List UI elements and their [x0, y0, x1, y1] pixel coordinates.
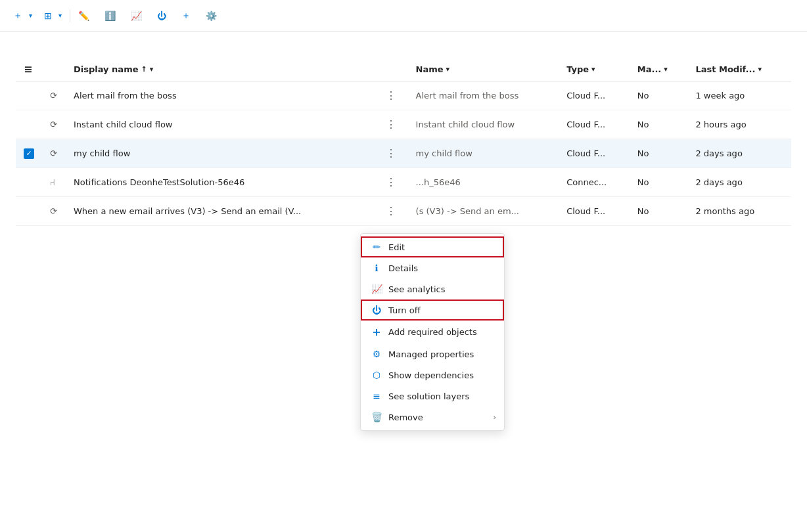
col-header-checkbox: ≡ [16, 58, 42, 81]
managed-filter-icon[interactable]: ▾ [664, 65, 668, 74]
turn-off-button[interactable]: ⏻ [152, 7, 175, 24]
list-icon: ≡ [24, 63, 32, 76]
row-type: Cloud F... [559, 110, 630, 139]
row-icon-cell: ⑁ [42, 168, 66, 197]
row-type: Cloud F... [559, 81, 630, 110]
row-name: Instant child cloud flow [408, 110, 559, 139]
add-required-button[interactable]: ＋ [176, 7, 199, 25]
edit-icon: ✏️ [78, 11, 89, 21]
row-context-menu-button[interactable]: ⋮ [382, 146, 400, 161]
col-header-modified[interactable]: Last Modif... ▾ [687, 58, 791, 81]
row-display-name[interactable]: Instant child cloud flow [66, 110, 374, 139]
breadcrumb [0, 32, 807, 58]
table-row[interactable]: ⟳ Instant child cloud flow ⋮ Instant chi… [16, 110, 791, 139]
add-existing-chevron-icon: ▾ [58, 12, 62, 19]
new-chevron-icon: ▾ [29, 12, 32, 19]
gear-icon: ⚙️ [206, 11, 217, 21]
table-header-row: ≡ Display name ↑ ▾ Name ▾ [16, 58, 791, 81]
row-type: Connec... [559, 168, 630, 197]
row-modified: 2 days ago [687, 168, 791, 197]
row-managed: No [630, 81, 688, 110]
edit-button[interactable]: ✏️ [73, 7, 98, 24]
table-body: ⟳ Alert mail from the boss ⋮ Alert mail … [16, 81, 791, 226]
details-icon: ℹ️ [104, 11, 116, 21]
row-context-menu-button[interactable]: ⋮ [382, 175, 400, 190]
row-modified: 2 months ago [687, 197, 791, 226]
row-checkbox-cell[interactable] [16, 110, 42, 139]
row-dots-cell[interactable]: ⋮ [374, 168, 408, 197]
row-checkbox-cell[interactable] [16, 168, 42, 197]
row-name: ...h_56e46 [408, 168, 559, 197]
table-row[interactable]: ✓ ⟳ my child flow ⋮ my child flow Cloud … [16, 139, 791, 168]
power-icon: ⏻ [157, 11, 166, 21]
toolbar: ＋ ▾ ⊞ ▾ ✏️ ℹ️ 📈 ⏻ ＋ ⚙️ [0, 0, 807, 32]
type-filter-icon[interactable]: ▾ [591, 65, 595, 74]
row-display-name[interactable]: Alert mail from the boss [66, 81, 374, 110]
new-button[interactable]: ＋ ▾ [8, 7, 37, 25]
row-managed: No [630, 197, 688, 226]
plus-icon: ＋ [13, 10, 22, 22]
row-type: Cloud F... [559, 139, 630, 168]
row-name: (s (V3) -> Send an em... [408, 197, 559, 226]
row-display-name[interactable]: my child flow [66, 139, 374, 168]
row-dots-cell[interactable]: ⋮ [374, 139, 408, 168]
row-checkbox-cell[interactable] [16, 197, 42, 226]
row-managed: No [630, 168, 688, 197]
col-filter-icon[interactable]: ▾ [150, 65, 154, 74]
table-container: ≡ Display name ↑ ▾ Name ▾ [0, 58, 807, 226]
table-row[interactable]: ⟳ Alert mail from the boss ⋮ Alert mail … [16, 81, 791, 110]
row-modified: 2 days ago [687, 139, 791, 168]
col-header-dots [374, 58, 408, 81]
see-analytics-button[interactable]: 📈 [126, 7, 150, 24]
row-name: Alert mail from the boss [408, 81, 559, 110]
flow-icon: ⟳ [50, 148, 57, 158]
row-context-menu-button[interactable]: ⋮ [382, 117, 400, 132]
row-managed: No [630, 110, 688, 139]
flow-icon: ⟳ [50, 91, 57, 100]
row-name: my child flow [408, 139, 559, 168]
row-managed: No [630, 139, 688, 168]
col-header-name[interactable]: Name ▾ [408, 58, 559, 81]
table-row[interactable]: ⟳ When a new email arrives (V3) -> Send … [16, 197, 791, 226]
flow-icon: ⟳ [50, 206, 57, 216]
checkbox-checked[interactable]: ✓ [24, 148, 34, 159]
row-context-menu-button[interactable]: ⋮ [382, 88, 400, 103]
add-required-icon: ＋ [181, 10, 191, 22]
table-row[interactable]: ⑁ Notifications DeonheTestSolution-56e46… [16, 168, 791, 197]
row-display-name[interactable]: When a new email arrives (V3) -> Send an… [66, 197, 374, 226]
row-type: Cloud F... [559, 197, 630, 226]
col-header-type[interactable]: Type ▾ [559, 58, 630, 81]
row-dots-cell[interactable]: ⋮ [374, 110, 408, 139]
details-button[interactable]: ℹ️ [99, 7, 124, 24]
add-existing-icon: ⊞ [44, 11, 52, 21]
sort-asc-icon: ↑ [141, 65, 147, 74]
flow-icon: ⑁ [50, 177, 55, 187]
modified-filter-icon[interactable]: ▾ [758, 65, 762, 74]
name-filter-icon[interactable]: ▾ [446, 65, 450, 74]
add-existing-button[interactable]: ⊞ ▾ [39, 7, 67, 24]
row-icon-cell: ⟳ [42, 110, 66, 139]
more-button[interactable] [227, 12, 237, 19]
row-dots-cell[interactable]: ⋮ [374, 81, 408, 110]
row-icon-cell: ⟳ [42, 81, 66, 110]
row-icon-cell: ⟳ [42, 139, 66, 168]
row-context-menu-button[interactable]: ⋮ [382, 204, 400, 219]
col-header-managed[interactable]: Ma... ▾ [630, 58, 688, 81]
analytics-icon: 📈 [131, 11, 142, 21]
flow-icon: ⟳ [50, 120, 57, 129]
row-checkbox-cell[interactable] [16, 81, 42, 110]
row-display-name[interactable]: Notifications DeonheTestSolution-56e46 [66, 168, 374, 197]
managed-properties-button[interactable]: ⚙️ [200, 7, 225, 24]
divider-1 [70, 9, 70, 22]
data-table: ≡ Display name ↑ ▾ Name ▾ [16, 58, 791, 226]
row-icon-cell: ⟳ [42, 197, 66, 226]
row-checkbox-cell[interactable]: ✓ [16, 139, 42, 168]
row-modified: 2 hours ago [687, 110, 791, 139]
col-header-icon [42, 58, 66, 81]
col-header-display-name[interactable]: Display name ↑ ▾ [66, 58, 374, 81]
row-modified: 1 week ago [687, 81, 791, 110]
row-dots-cell[interactable]: ⋮ [374, 197, 408, 226]
